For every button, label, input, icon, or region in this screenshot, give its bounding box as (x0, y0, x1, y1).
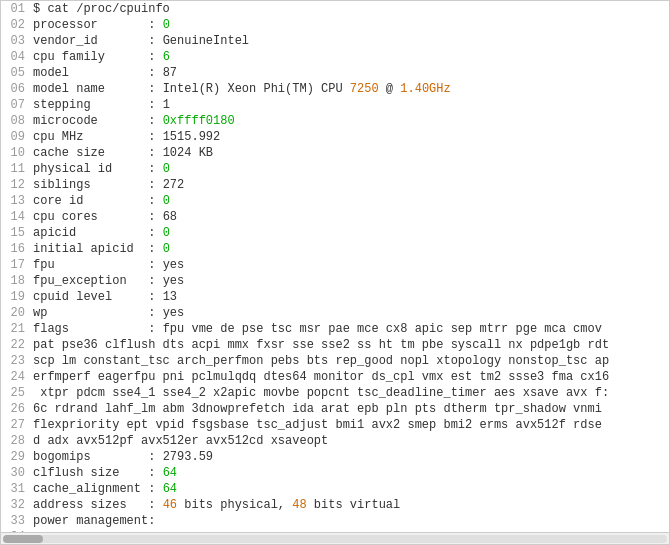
line-content: pat pse36 clflush dts acpi mmx fxsr sse … (33, 337, 665, 353)
table-row: 27flexpriority ept vpid fsgsbase tsc_adj… (1, 417, 669, 433)
content-area[interactable]: 01$ cat /proc/cpuinfo02processor : 003ve… (1, 1, 669, 532)
line-content: address sizes : 46 bits physical, 48 bit… (33, 497, 665, 513)
line-content: flexpriority ept vpid fsgsbase tsc_adjus… (33, 417, 665, 433)
line-text-segment: 7250 (350, 82, 379, 96)
line-content: model name : Intel(R) Xeon Phi(TM) CPU 7… (33, 81, 665, 97)
table-row: 32address sizes : 46 bits physical, 48 b… (1, 497, 669, 513)
line-text-segment: cpu MHz (33, 130, 83, 144)
line-text-segment: Intel(R) Xeon Phi(TM) CPU (163, 82, 350, 96)
scrollbar-thumb[interactable] (3, 535, 43, 543)
line-number: 27 (5, 417, 33, 433)
table-row: 28d adx avx512pf avx512er avx512cd xsave… (1, 433, 669, 449)
table-row: 31cache_alignment : 64 (1, 481, 669, 497)
line-number: 14 (5, 209, 33, 225)
line-text-segment: 0 (163, 226, 170, 240)
table-row: 09cpu MHz : 1515.992 (1, 129, 669, 145)
line-content: erfmperf eagerfpu pni pclmulqdq dtes64 m… (33, 369, 665, 385)
line-content: wp : yes (33, 305, 665, 321)
line-text-segment: : (83, 130, 162, 144)
line-text-segment: cache size (33, 146, 105, 160)
line-text-segment: apicid (33, 226, 76, 240)
line-number: 04 (5, 49, 33, 65)
line-number: 22 (5, 337, 33, 353)
line-text-segment: : (76, 226, 162, 240)
line-text-segment: fpu_exception (33, 274, 127, 288)
table-row: 08microcode : 0xffff0180 (1, 113, 669, 129)
line-text-segment: : (47, 306, 162, 320)
line-text-segment: 0xffff0180 (163, 114, 235, 128)
line-text-segment: : (127, 274, 163, 288)
line-content: siblings : 272 (33, 177, 665, 193)
line-text-segment: 6c rdrand lahf_lm abm 3dnowprefetch ida … (33, 402, 602, 416)
table-row: 12siblings : 272 (1, 177, 669, 193)
line-number: 32 (5, 497, 33, 513)
line-text-segment: : (98, 114, 163, 128)
line-number: 16 (5, 241, 33, 257)
line-text-segment: power management: (33, 514, 155, 528)
table-row: 33power management: (1, 513, 669, 529)
line-content: core id : 0 (33, 193, 665, 209)
table-row: 13core id : 0 (1, 193, 669, 209)
table-row: 266c rdrand lahf_lm abm 3dnowprefetch id… (1, 401, 669, 417)
table-row: 11physical id : 0 (1, 161, 669, 177)
line-content: stepping : 1 (33, 97, 665, 113)
line-content: flags : fpu vme de pse tsc msr pae mce c… (33, 321, 665, 337)
line-text-segment: fpu vme de pse tsc msr pae mce cx8 apic … (163, 322, 602, 336)
line-number: 31 (5, 481, 33, 497)
line-text-segment: : (98, 210, 163, 224)
line-text-segment: 1 (163, 98, 170, 112)
line-text-segment: cpu family (33, 50, 105, 64)
line-text-segment: 0 (163, 194, 170, 208)
line-text-segment: : (112, 162, 162, 176)
line-text-segment: vendor_id (33, 34, 98, 48)
table-row: 24erfmperf eagerfpu pni pclmulqdq dtes64… (1, 369, 669, 385)
line-text-segment: : (119, 466, 162, 480)
line-text-segment: yes (163, 258, 185, 272)
line-text-segment: : (112, 290, 162, 304)
line-text-segment: initial apicid (33, 242, 134, 256)
scrollbar-track[interactable] (3, 535, 667, 543)
line-text-segment: 13 (163, 290, 177, 304)
line-text-segment: yes (163, 306, 185, 320)
line-text-segment: 2793.59 (163, 450, 213, 464)
line-text-segment: clflush size (33, 466, 119, 480)
line-number: 13 (5, 193, 33, 209)
line-text-segment: 46 (163, 498, 177, 512)
line-text-segment: erfmperf eagerfpu pni pclmulqdq dtes64 m… (33, 370, 609, 384)
line-number: 21 (5, 321, 33, 337)
line-text-segment: 64 (163, 482, 177, 496)
scrollbar-area[interactable] (1, 532, 669, 544)
line-text-segment: : (98, 18, 163, 32)
table-row: 17fpu : yes (1, 257, 669, 273)
line-content: cpuid level : 13 (33, 289, 665, 305)
line-text-segment: : (69, 322, 163, 336)
line-content: cpu cores : 68 (33, 209, 665, 225)
table-row: 10cache size : 1024 KB (1, 145, 669, 161)
line-text-segment: : (69, 66, 163, 80)
line-text-segment: 6 (163, 50, 170, 64)
line-number: 15 (5, 225, 33, 241)
line-text-segment: physical id (33, 162, 112, 176)
table-row: 14cpu cores : 68 (1, 209, 669, 225)
line-text-segment: : (134, 242, 163, 256)
line-number: 18 (5, 273, 33, 289)
table-row: 25 xtpr pdcm sse4_1 sse4_2 x2apic movbe … (1, 385, 669, 401)
table-row: 03vendor_id : GenuineIntel (1, 33, 669, 49)
line-text-segment: 87 (163, 66, 177, 80)
line-content: model : 87 (33, 65, 665, 81)
table-row: 06model name : Intel(R) Xeon Phi(TM) CPU… (1, 81, 669, 97)
line-text-segment: siblings (33, 178, 91, 192)
line-text-segment: pat pse36 clflush dts acpi mmx fxsr sse … (33, 338, 609, 352)
line-content: cache_alignment : 64 (33, 481, 665, 497)
terminal-container: 01$ cat /proc/cpuinfo02processor : 003ve… (0, 0, 670, 545)
table-row: 18fpu_exception : yes (1, 273, 669, 289)
line-content: power management: (33, 513, 665, 529)
table-row: 29bogomips : 2793.59 (1, 449, 669, 465)
table-row: 22pat pse36 clflush dts acpi mmx fxsr ss… (1, 337, 669, 353)
line-text-segment: processor (33, 18, 98, 32)
line-number: 02 (5, 17, 33, 33)
line-text-segment: 0 (163, 162, 170, 176)
line-number: 29 (5, 449, 33, 465)
line-number: 17 (5, 257, 33, 273)
line-text-segment: microcode (33, 114, 98, 128)
